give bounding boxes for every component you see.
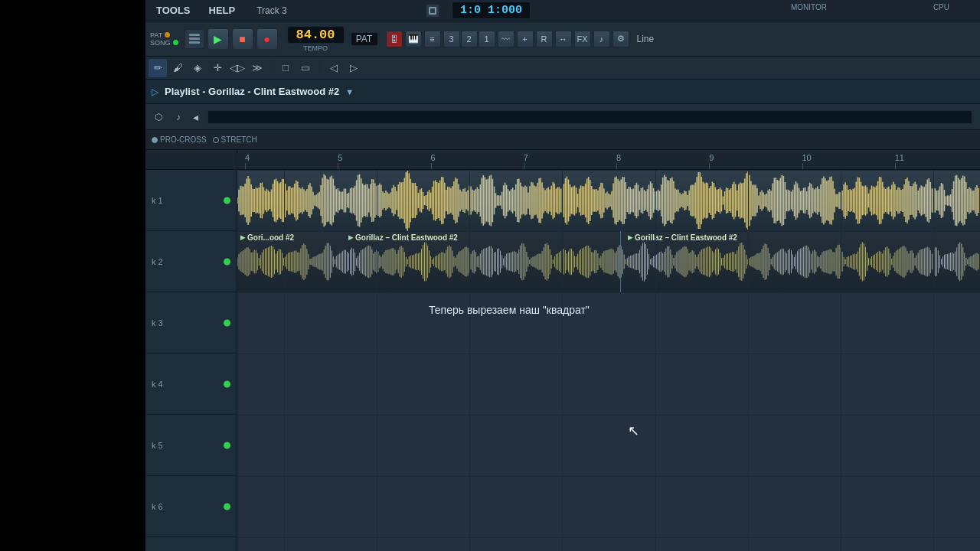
track-label-1: k 1 — [152, 196, 163, 205]
sub-note-icon[interactable]: ♪ — [170, 109, 187, 126]
r-icon[interactable]: R — [536, 31, 553, 47]
track-green-dot-6[interactable] — [224, 503, 230, 510]
track-name-display: Track 3 — [256, 5, 287, 16]
next-icon[interactable]: ▷ — [345, 59, 363, 77]
stretch-mode[interactable]: STRETCH — [213, 135, 257, 144]
separator-2 — [319, 60, 320, 76]
pat-sub-display: PAT — [351, 32, 378, 46]
ruler-line-6 — [802, 163, 803, 169]
scroll-left-btn[interactable]: ◂ — [190, 111, 201, 123]
ruler-mark-9: 9 — [709, 153, 714, 162]
rect-tool[interactable]: ▭ — [296, 59, 315, 77]
song-indicator — [173, 40, 178, 45]
track-green-dot-2[interactable] — [224, 258, 230, 265]
cpu-label: CPU — [933, 3, 949, 11]
play-button[interactable]: ▶ — [207, 28, 229, 50]
track-label-2: k 2 — [152, 257, 163, 266]
mixer-icon[interactable]: 🎛 — [386, 31, 403, 47]
tracks-area: k 1k 2k 3k 4k 5k 6k 7 — [145, 170, 980, 551]
tools-menu[interactable]: TOOLS — [152, 3, 195, 18]
ruler-line-4 — [616, 163, 617, 169]
track-row-3: k 3 — [145, 292, 237, 354]
ruler-track-label-area — [145, 150, 237, 169]
empty-track-7 — [237, 537, 980, 551]
step-icon-1[interactable] — [426, 4, 439, 18]
track-row-2: k 2 — [145, 231, 237, 292]
toolbar-icons: 🎛 🎹 ≡ 3 2 1 〰 + R ↔ FX ♪ ⚙ — [386, 31, 629, 47]
ruler-line-7 — [895, 163, 896, 169]
waveform-track2[interactable]: ▶ Gori...ood #2 ▶ Gorillaz – Clint Eastw… — [237, 231, 980, 292]
empty-track-4 — [237, 354, 980, 415]
playlist-icon: ▷ — [152, 86, 158, 97]
tempo-display[interactable]: 84.00 — [287, 26, 345, 44]
square-tool[interactable]: □ — [276, 59, 295, 77]
mode-bar: PRO-CROSS STRETCH — [145, 130, 980, 150]
ruler-line-1 — [338, 163, 338, 169]
gear-icon[interactable]: ⚙ — [612, 31, 629, 47]
arrow-icon[interactable]: ↔ — [555, 31, 572, 47]
ruler-mark-11: 11 — [895, 153, 904, 162]
track-row-4: k 4 — [145, 354, 237, 415]
waveform-svg-2 — [237, 231, 980, 292]
track-green-dot-1[interactable] — [224, 197, 230, 204]
num2-icon[interactable]: 2 — [461, 31, 478, 47]
sub-toolbar: ⬡ ♪ ◂ — [145, 104, 980, 130]
prev-icon[interactable]: ◁ — [325, 59, 343, 77]
playlist-title[interactable]: Playlist - Gorillaz - Clint Eastwood #2 — [165, 86, 339, 97]
ruler-line-5 — [709, 163, 710, 169]
piano-icon[interactable]: 🎹 — [405, 31, 422, 47]
ruler-mark-7: 7 — [524, 153, 528, 162]
track-label-4: k 4 — [152, 380, 163, 389]
ruler-row: 4567891011 — [145, 150, 980, 170]
fx-icon[interactable]: FX — [574, 31, 591, 47]
num3-icon[interactable]: 3 — [443, 31, 460, 47]
stop-button[interactable]: ■ — [232, 28, 253, 50]
sub-link-icon[interactable]: ⬡ — [150, 109, 167, 126]
playlist-dropdown[interactable]: ▼ — [345, 87, 354, 96]
ruler-mark-6: 6 — [431, 153, 436, 162]
record-button[interactable]: ● — [256, 28, 278, 50]
segment-divider-1 — [620, 231, 621, 292]
track-green-dot-5[interactable] — [224, 442, 230, 448]
song-button[interactable]: SONG — [150, 39, 178, 47]
track-label-6: k 6 — [152, 502, 163, 511]
ruler-line-3 — [524, 163, 524, 169]
pat-button[interactable]: PAT — [150, 31, 178, 39]
timeline-area[interactable]: ▶ Gori...ood #2 ▶ Gorillaz – Clint Eastw… — [237, 170, 980, 551]
track-label-3: k 3 — [152, 318, 163, 328]
track-row-6: k 6 — [145, 476, 237, 537]
wave-icon[interactable]: 〰 — [498, 31, 514, 47]
ruler-line-0 — [245, 163, 246, 169]
ruler-mark-10: 10 — [802, 153, 812, 162]
pencil-tool[interactable]: ✏ — [149, 59, 167, 77]
plus-icon[interactable]: + — [517, 31, 534, 47]
pro-cross-mode[interactable]: PRO-CROSS — [152, 135, 207, 144]
waveform-track1[interactable] — [237, 170, 980, 231]
help-menu[interactable]: HELP — [204, 3, 240, 18]
track-green-dot-3[interactable] — [224, 319, 230, 326]
eraser-tool[interactable]: ◈ — [188, 59, 207, 77]
pat-song-section: PAT SONG — [150, 31, 178, 47]
ruler-mark-5: 5 — [338, 153, 342, 162]
empty-track-3 — [237, 292, 980, 354]
select-tool[interactable]: ✛ — [208, 59, 227, 77]
eq-icon[interactable]: ≡ — [424, 31, 441, 47]
line-label: Line — [637, 34, 655, 44]
pattern-icon[interactable] — [185, 29, 204, 49]
zoom-tool[interactable]: ◁▷ — [228, 59, 247, 77]
time-display: 1:0 1:000 — [452, 2, 531, 19]
num1-icon[interactable]: 1 — [479, 31, 495, 47]
ruler-mark-4: 4 — [245, 153, 250, 162]
position-bar[interactable] — [207, 110, 972, 124]
brush-tool[interactable]: 🖌 — [168, 59, 187, 77]
pat-indicator — [165, 32, 170, 37]
main-screen: TOOLS HELP Track 3 1:0 1:000 MONITOR CPU… — [145, 0, 980, 551]
slice-tool[interactable]: ≫ — [248, 59, 266, 77]
transport-toolbar: PAT SONG ▶ ■ ● 84.00 TEMPO PAT — [145, 21, 980, 57]
track-row-5: k 5 — [145, 415, 237, 476]
track-green-dot-4[interactable] — [224, 380, 230, 387]
note-icon[interactable]: ♪ — [593, 31, 610, 47]
left-panel — [0, 0, 145, 551]
song-label: SONG — [150, 39, 171, 47]
menu-bar: TOOLS HELP Track 3 1:0 1:000 MONITOR CPU — [145, 0, 980, 21]
